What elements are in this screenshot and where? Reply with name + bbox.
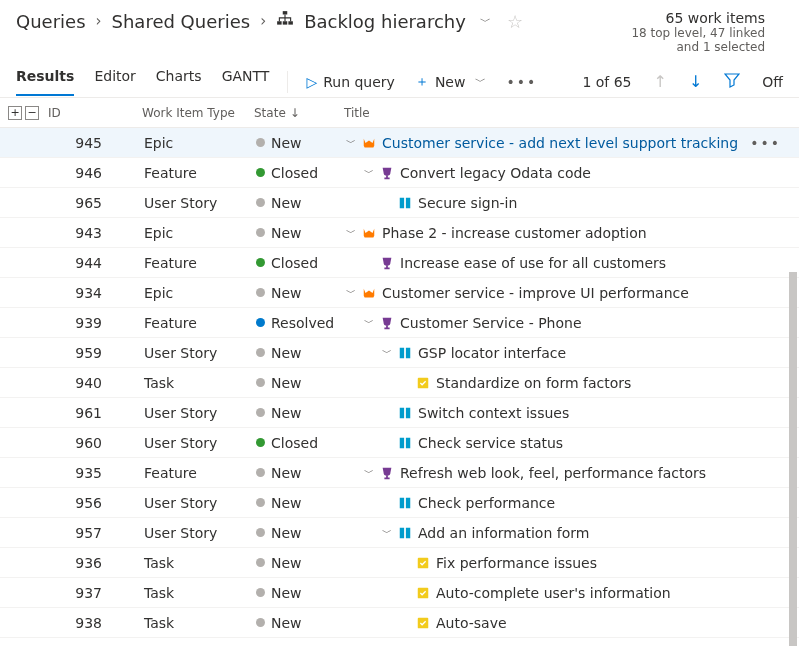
cell-title: Increase ease of use for all customers — [346, 255, 799, 271]
svg-rect-9 — [400, 407, 404, 418]
table-row[interactable]: 956User StoryNewCheck performance — [0, 488, 799, 518]
table-row[interactable]: 957User StoryNew﹀Add an information form — [0, 518, 799, 548]
cell-state: New — [256, 555, 346, 571]
work-item-title[interactable]: GSP locator interface — [418, 345, 566, 361]
work-item-title[interactable]: Add an information form — [418, 525, 589, 541]
work-item-title[interactable]: Check performance — [418, 495, 555, 511]
filter-funnel-icon[interactable] — [724, 72, 740, 92]
work-item-title[interactable]: Customer Service - Phone — [400, 315, 582, 331]
table-row[interactable]: 939FeatureResolved﹀Customer Service - Ph… — [0, 308, 799, 338]
expand-twisty-icon[interactable]: ﹀ — [382, 526, 392, 540]
column-title[interactable]: Title — [344, 106, 799, 120]
row-actions-icon[interactable]: ••• — [750, 135, 781, 151]
table-row[interactable]: 961User StoryNewSwitch context issues — [0, 398, 799, 428]
cell-state: New — [256, 465, 346, 481]
svg-rect-6 — [400, 347, 404, 358]
cell-state: Closed — [256, 165, 346, 181]
tab-gantt[interactable]: GANTT — [222, 68, 270, 96]
table-row[interactable]: 938TaskNewAuto-save — [0, 608, 799, 638]
work-item-title[interactable]: Auto-save — [436, 615, 507, 631]
toggle-off[interactable]: Off — [762, 74, 783, 90]
cell-state: New — [256, 285, 346, 301]
play-icon: ▷ — [306, 74, 317, 90]
column-type[interactable]: Work Item Type — [142, 106, 254, 120]
svg-rect-14 — [406, 497, 410, 508]
cell-title: ﹀Customer service - add next level suppo… — [346, 135, 799, 151]
cell-id: 934 — [44, 285, 144, 301]
table-row[interactable]: 943EpicNew﹀Phase 2 - increase customer a… — [0, 218, 799, 248]
new-button[interactable]: ＋ New ﹀ — [415, 73, 487, 91]
work-item-title[interactable]: Phase 2 - increase customer adoption — [382, 225, 647, 241]
svg-rect-7 — [406, 347, 410, 358]
expand-twisty-icon[interactable]: ﹀ — [346, 286, 356, 300]
work-item-title[interactable]: Increase ease of use for all customers — [400, 255, 666, 271]
state-dot-icon — [256, 198, 265, 207]
state-dot-icon — [256, 258, 265, 267]
expand-twisty-icon[interactable]: ﹀ — [382, 346, 392, 360]
breadcrumb-shared[interactable]: Shared Queries — [112, 11, 251, 32]
column-state[interactable]: State↓ — [254, 106, 344, 120]
state-dot-icon — [256, 528, 265, 537]
position-indicator: 1 of 65 — [582, 74, 631, 90]
cell-type: Feature — [144, 315, 256, 331]
expand-all-icon[interactable]: + — [8, 106, 22, 120]
work-item-title[interactable]: Convert legacy Odata code — [400, 165, 591, 181]
svg-rect-11 — [400, 437, 404, 448]
expand-twisty-icon[interactable]: ﹀ — [346, 136, 356, 150]
work-item-title[interactable]: Customer service - improve UI performanc… — [382, 285, 689, 301]
work-item-title[interactable]: Switch context issues — [418, 405, 569, 421]
more-actions-button[interactable]: ••• — [506, 74, 537, 90]
table-row[interactable]: 944FeatureClosedIncrease ease of use for… — [0, 248, 799, 278]
state-dot-icon — [256, 378, 265, 387]
cell-id: 965 — [44, 195, 144, 211]
story-icon — [398, 436, 412, 450]
run-query-button[interactable]: ▷ Run query — [306, 74, 395, 90]
expand-twisty-icon[interactable]: ﹀ — [346, 226, 356, 240]
breadcrumb-queries[interactable]: Queries — [16, 11, 86, 32]
work-item-title[interactable]: Check service status — [418, 435, 563, 451]
work-item-title[interactable]: Secure sign-in — [418, 195, 517, 211]
table-row[interactable]: 936TaskNewFix performance issues — [0, 548, 799, 578]
task-icon — [416, 616, 430, 630]
cell-type: User Story — [144, 495, 256, 511]
table-row[interactable]: 937TaskNewAuto-complete user's informati… — [0, 578, 799, 608]
arrow-up-icon[interactable]: ↑ — [654, 72, 667, 91]
tab-editor[interactable]: Editor — [94, 68, 135, 96]
table-row[interactable]: 940TaskNewStandardize on form factors — [0, 368, 799, 398]
table-row[interactable]: 945EpicNew﹀Customer service - add next l… — [0, 128, 799, 158]
cell-type: Epic — [144, 135, 256, 151]
column-id[interactable]: ID — [42, 106, 142, 120]
cell-title: ﹀Customer Service - Phone — [346, 315, 799, 331]
table-row[interactable]: 934EpicNew﹀Customer service - improve UI… — [0, 278, 799, 308]
state-dot-icon — [256, 468, 265, 477]
cell-title: ﹀Convert legacy Odata code — [346, 165, 799, 181]
table-row[interactable]: 959User StoryNew﹀GSP locator interface — [0, 338, 799, 368]
expand-twisty-icon[interactable]: ﹀ — [364, 166, 374, 180]
expand-twisty-icon[interactable]: ﹀ — [364, 316, 374, 330]
cell-type: Feature — [144, 165, 256, 181]
expand-twisty-icon[interactable]: ﹀ — [364, 466, 374, 480]
work-item-title[interactable]: Auto-complete user's information — [436, 585, 671, 601]
cell-title: Secure sign-in — [346, 195, 799, 211]
favorite-star-icon[interactable]: ☆ — [507, 11, 523, 32]
cell-title: Auto-save — [346, 615, 799, 631]
work-item-title[interactable]: Fix performance issues — [436, 555, 597, 571]
table-row[interactable]: 935FeatureNew﹀Refresh web look, feel, pe… — [0, 458, 799, 488]
tabs: Results Editor Charts GANTT — [16, 68, 269, 96]
tab-results[interactable]: Results — [16, 68, 74, 96]
work-item-title[interactable]: Customer service - add next level suppor… — [382, 135, 738, 151]
work-item-title[interactable]: Refresh web look, feel, performance fact… — [400, 465, 706, 481]
cell-id: 944 — [44, 255, 144, 271]
tab-charts[interactable]: Charts — [156, 68, 202, 96]
table-row[interactable]: 960User StoryClosedCheck service status — [0, 428, 799, 458]
state-dot-icon — [256, 288, 265, 297]
chevron-down-icon[interactable]: ﹀ — [480, 14, 491, 29]
svg-rect-12 — [406, 437, 410, 448]
cell-title: ﹀GSP locator interface — [346, 345, 799, 361]
table-row[interactable]: 965User StoryNewSecure sign-in — [0, 188, 799, 218]
collapse-all-icon[interactable]: − — [25, 106, 39, 120]
work-item-title[interactable]: Standardize on form factors — [436, 375, 631, 391]
table-row[interactable]: 946FeatureClosed﹀Convert legacy Odata co… — [0, 158, 799, 188]
scrollbar[interactable] — [789, 272, 797, 646]
arrow-down-icon[interactable]: ↓ — [689, 72, 702, 91]
